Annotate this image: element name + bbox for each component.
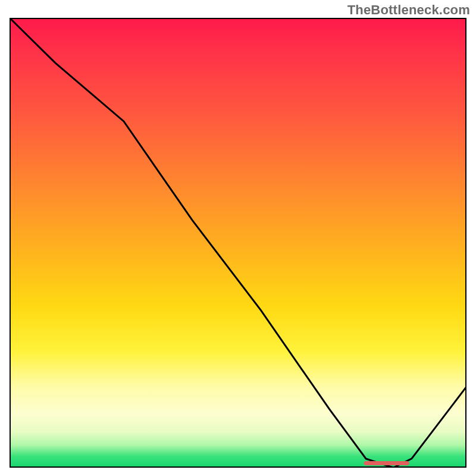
chart-background-gradient — [10, 18, 466, 468]
watermark-text: TheBottleneck.com — [347, 2, 470, 18]
